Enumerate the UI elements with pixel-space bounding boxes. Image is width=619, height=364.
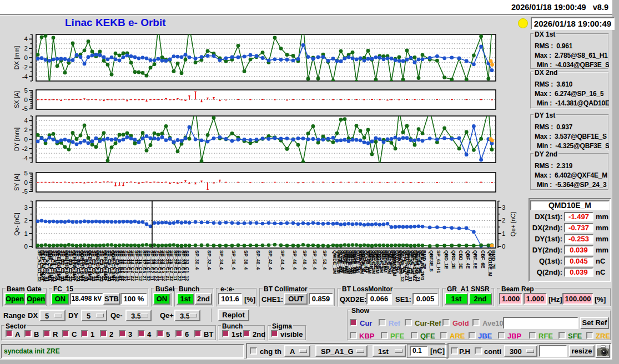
svg-text:SP_38_4: SP_38_4 bbox=[243, 250, 249, 270]
svg-text:2: 2 bbox=[24, 45, 28, 52]
svg-text:CBF_6E: CBF_6E bbox=[480, 250, 486, 269]
svg-text:1: 1 bbox=[24, 230, 28, 237]
svg-text:-5: -5 bbox=[22, 188, 28, 195]
svg-text:SP_34_4: SP_34_4 bbox=[219, 250, 224, 270]
svg-text:SP_36_4: SP_36_4 bbox=[151, 250, 157, 270]
svg-text:0: 0 bbox=[24, 54, 28, 61]
svg-text:Qe- [nC]: Qe- [nC] bbox=[13, 213, 20, 236]
svg-text:-5: -5 bbox=[22, 105, 28, 112]
svg-text:SP_36_4: SP_36_4 bbox=[231, 250, 236, 270]
svg-text:-4: -4 bbox=[22, 155, 28, 161]
svg-text:0: 0 bbox=[24, 97, 28, 103]
svg-text:SP_38_4: SP_38_4 bbox=[159, 250, 164, 270]
svg-text:SP_32_4: SP_32_4 bbox=[207, 250, 212, 270]
svg-text:SX [A]: SX [A] bbox=[13, 91, 20, 108]
svg-text:QRD_2E: QRD_2E bbox=[451, 250, 456, 269]
svg-text:-4: -4 bbox=[22, 73, 28, 80]
svg-text:3: 3 bbox=[502, 204, 505, 211]
svg-text:0: 0 bbox=[24, 179, 28, 186]
svg-text:SP_30_4: SP_30_4 bbox=[128, 250, 133, 270]
svg-text:1: 1 bbox=[502, 230, 505, 237]
svg-text:5: 5 bbox=[24, 87, 28, 94]
svg-text:2: 2 bbox=[24, 127, 28, 133]
svg-text:CBD_3E: CBD_3E bbox=[458, 250, 464, 269]
svg-text:Qe+ [nC]: Qe+ [nC] bbox=[510, 212, 516, 236]
svg-text:SP_40_4: SP_40_4 bbox=[255, 250, 261, 270]
svg-text:SP_61_H1: SP_61_H1 bbox=[436, 250, 441, 273]
svg-text:SP_32_C1_12: SP_32_C1_12 bbox=[120, 250, 125, 281]
svg-text:SP_44_4: SP_44_4 bbox=[280, 250, 285, 270]
svg-text:QRF_5E: QRF_5E bbox=[472, 250, 478, 269]
svg-text:4: 4 bbox=[24, 117, 28, 124]
svg-text:QFE_B1_2M1: QFE_B1_2M1 bbox=[420, 250, 425, 281]
svg-text:2: 2 bbox=[24, 217, 28, 224]
svg-text:BMD_7E: BMD_7E bbox=[491, 250, 496, 270]
svg-text:-2: -2 bbox=[22, 64, 28, 70]
svg-text:5: 5 bbox=[24, 170, 28, 176]
svg-text:SP_48_4: SP_48_4 bbox=[302, 250, 308, 270]
svg-text:SP_40_4: SP_40_4 bbox=[167, 250, 172, 270]
svg-text:SP_46_4: SP_46_4 bbox=[292, 250, 298, 270]
svg-text:0: 0 bbox=[502, 243, 505, 250]
svg-text:SP_50_4: SP_50_4 bbox=[312, 250, 318, 270]
svg-text:QBF3E_S: QBF3E_S bbox=[429, 250, 434, 272]
svg-text:SP_44_4: SP_44_4 bbox=[182, 250, 188, 270]
svg-text:3: 3 bbox=[24, 204, 28, 211]
svg-text:SP_42_4: SP_42_4 bbox=[174, 250, 180, 270]
svg-text:QBD_1E: QBD_1E bbox=[444, 250, 449, 269]
svg-text:4: 4 bbox=[24, 36, 28, 42]
svg-text:DY [mm]: DY [mm] bbox=[13, 128, 20, 151]
svg-text:SP_32_4: SP_32_4 bbox=[135, 250, 141, 270]
svg-text:SY [A]: SY [A] bbox=[13, 174, 20, 191]
svg-text:0: 0 bbox=[24, 136, 28, 143]
svg-text:SP_30_4: SP_30_4 bbox=[194, 250, 200, 270]
svg-text:SP_52_4: SP_52_4 bbox=[322, 250, 328, 270]
svg-text:QBF_4E: QBF_4E bbox=[465, 250, 471, 269]
svg-text:-2: -2 bbox=[22, 145, 28, 152]
svg-text:0: 0 bbox=[24, 243, 28, 250]
svg-text:SP_34_4: SP_34_4 bbox=[143, 250, 149, 270]
svg-text:SP_42_4: SP_42_4 bbox=[268, 250, 273, 270]
svg-text:2: 2 bbox=[502, 217, 505, 224]
svg-text:DX [mm]: DX [mm] bbox=[13, 46, 20, 70]
